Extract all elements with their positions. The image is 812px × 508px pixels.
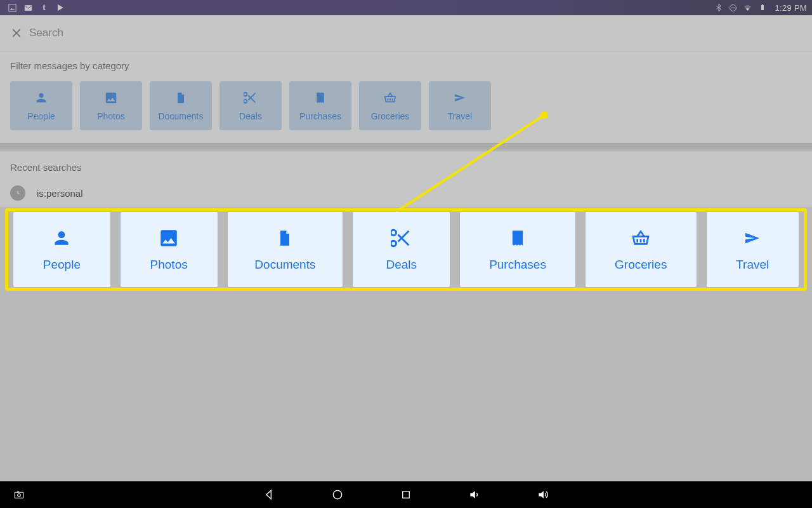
annotation-popup: People Photos Documents Deals Purchases …: [5, 208, 807, 291]
android-nav-bar: [0, 481, 812, 508]
mail-icon: [23, 3, 33, 13]
scissors-icon: [391, 227, 412, 249]
document-icon: [274, 227, 296, 249]
chip-label: Documents: [159, 111, 204, 121]
chip-label: Travel: [448, 111, 472, 121]
card-label: People: [43, 258, 81, 272]
screenshot-icon[interactable]: [12, 488, 26, 502]
popup-card-people[interactable]: People: [13, 212, 110, 287]
image-icon: [8, 3, 17, 13]
scissors-icon: [244, 91, 258, 105]
nav-back-button[interactable]: [262, 488, 276, 502]
chip-label: Photos: [97, 111, 125, 121]
receipt-icon: [313, 91, 327, 105]
popup-card-purchases[interactable]: Purchases: [460, 212, 575, 287]
recent-title: Recent searches: [10, 162, 802, 173]
plane-icon: [453, 91, 467, 105]
filter-chip-travel[interactable]: Travel: [429, 81, 491, 130]
status-clock: 1:29 PM: [775, 3, 807, 13]
card-label: Groceries: [615, 258, 667, 272]
popup-card-deals[interactable]: Deals: [353, 212, 450, 287]
chip-label: Deals: [239, 111, 262, 121]
android-status-bar: t 1:29 PM: [0, 0, 812, 15]
battery-icon: [757, 3, 767, 13]
basket-icon: [383, 91, 397, 105]
popup-card-travel[interactable]: Travel: [707, 212, 799, 287]
person-icon: [34, 91, 48, 105]
do-not-disturb-icon: [728, 3, 738, 13]
search-input[interactable]: Search: [29, 27, 63, 39]
basket-icon: [630, 227, 652, 249]
recent-text: is:personal: [37, 188, 83, 199]
nav-home-button[interactable]: [331, 488, 344, 502]
filter-chip-row: People Photos Documents Deals Purchases …: [10, 81, 802, 130]
chip-label: Groceries: [371, 111, 410, 121]
plane-icon: [742, 227, 763, 249]
clock-icon: [10, 185, 25, 201]
card-label: Photos: [150, 258, 188, 272]
card-label: Purchases: [489, 258, 546, 272]
filter-chip-purchases[interactable]: Purchases: [289, 81, 351, 130]
receipt-icon: [507, 227, 528, 249]
filter-title: Filter messages by category: [10, 60, 802, 71]
nav-volume-up-button[interactable]: [536, 488, 550, 502]
filter-chip-documents[interactable]: Documents: [150, 81, 212, 130]
filter-chip-groceries[interactable]: Groceries: [359, 81, 421, 130]
chip-label: People: [27, 111, 55, 121]
photo-icon: [158, 227, 180, 249]
chip-label: Purchases: [299, 111, 341, 121]
person-icon: [51, 227, 72, 249]
filter-chip-deals[interactable]: Deals: [219, 81, 282, 130]
popup-card-photos[interactable]: Photos: [121, 212, 218, 287]
card-label: Travel: [736, 258, 769, 272]
recent-row[interactable]: is:personal: [10, 185, 802, 201]
close-icon[interactable]: [8, 24, 25, 42]
nav-volume-down-button[interactable]: [468, 488, 481, 502]
play-icon: [55, 3, 65, 13]
popup-card-documents[interactable]: Documents: [228, 212, 343, 287]
nav-recents-button[interactable]: [399, 488, 413, 502]
document-icon: [174, 91, 188, 105]
section-divider: [0, 143, 812, 150]
popup-card-groceries[interactable]: Groceries: [586, 212, 697, 287]
search-bar[interactable]: Search: [0, 15, 812, 51]
wifi-icon: [743, 3, 752, 13]
filter-chip-people[interactable]: People: [10, 81, 72, 130]
card-label: Documents: [254, 258, 315, 272]
card-label: Deals: [386, 258, 417, 272]
photo-icon: [104, 91, 118, 105]
tumblr-icon: t: [39, 3, 49, 13]
bluetooth-icon: [714, 3, 723, 13]
filter-chip-photos[interactable]: Photos: [80, 81, 142, 130]
